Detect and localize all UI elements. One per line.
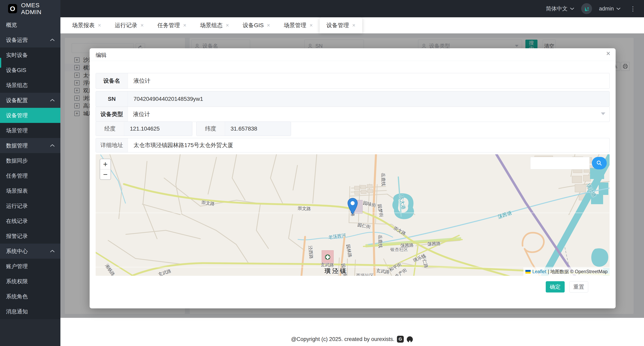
tab-4[interactable]: 设备GIS×	[236, 17, 277, 33]
tab-0[interactable]: 场景报表×	[65, 17, 108, 33]
tab-bar: 场景报表×运行记录×任务管理×场景组态×设备GIS×场景管理×设备管理×	[60, 17, 644, 33]
sidebar-item-10[interactable]: 任务管理	[0, 168, 60, 183]
logo-glyph: O	[10, 5, 15, 13]
device-type-row: 设备类型 液位计	[96, 107, 610, 122]
sidebar-item-4[interactable]: 场景组态	[0, 78, 60, 93]
tab-label: 设备管理	[326, 21, 349, 29]
leaflet-link[interactable]: Leaflet	[532, 269, 546, 274]
longitude-row: 经度	[96, 121, 192, 136]
user-menu[interactable]: admin	[599, 6, 621, 12]
tab-close-icon[interactable]: ×	[267, 22, 270, 28]
zoom-out-button[interactable]: −	[100, 169, 110, 179]
zoom-in-button[interactable]: +	[100, 159, 110, 169]
sidebar-item-1[interactable]: 设备运营	[0, 32, 60, 47]
username-label: admin	[599, 6, 614, 12]
sidebar-item-9[interactable]: 数据同步	[0, 153, 60, 168]
device-type-select[interactable]: 液位计	[128, 107, 609, 122]
tab-1[interactable]: 运行记录×	[108, 17, 151, 33]
sn-input	[133, 95, 586, 102]
language-selector[interactable]: 简体中文	[546, 5, 574, 12]
sn-label: SN	[96, 91, 128, 107]
attribution-text: | 地图数据 © OpenStreetMap	[548, 269, 608, 275]
top-bar: O OMES ADMIN 简体中文 admin ⋮	[0, 0, 644, 17]
sidebar-item-3[interactable]: 设备GIS	[0, 62, 60, 78]
sidebar-item-label: 场景管理	[6, 127, 28, 134]
search-icon	[596, 160, 603, 167]
sidebar-item-13[interactable]: 在线记录	[0, 213, 60, 229]
sidebar-item-12[interactable]: 运行记录	[0, 198, 60, 213]
tab-close-icon[interactable]: ×	[140, 22, 144, 28]
tab-close-icon[interactable]: ×	[98, 22, 101, 28]
map-marker-icon[interactable]	[347, 198, 358, 215]
map-search-button[interactable]	[592, 157, 607, 169]
sidebar-item-label: 场景报表	[6, 187, 28, 195]
select-caret-icon	[601, 112, 605, 115]
sidebar-item-19[interactable]: 消息通知	[0, 304, 60, 319]
map-label-11: 岳鹿线	[380, 173, 386, 186]
sidebar-item-label: 数据管理	[6, 142, 28, 149]
tab-close-icon[interactable]: ×	[310, 22, 313, 28]
avatar[interactable]	[581, 3, 592, 14]
device-name-value	[128, 73, 609, 88]
map-search-input[interactable]	[530, 157, 590, 169]
sidebar-scrollbar[interactable]	[0, 58, 1, 68]
map-label-15: 泾西路	[307, 245, 314, 259]
device-name-input[interactable]	[133, 77, 586, 84]
gitee-icon[interactable]: G	[397, 336, 404, 343]
tab-label: 运行记录	[115, 21, 137, 29]
device-name-label: 设备名	[96, 73, 128, 88]
address-value	[128, 138, 609, 152]
reset-button[interactable]: 重置	[569, 281, 588, 293]
tab-2[interactable]: 任务管理×	[151, 17, 193, 33]
sidebar-item-11[interactable]: 场景报表	[0, 183, 60, 198]
tab-3[interactable]: 场景组态×	[193, 17, 236, 33]
sidebar-item-label: 实时设备	[6, 51, 28, 59]
sidebar-item-17[interactable]: 系统权限	[0, 274, 60, 289]
latitude-input[interactable]	[230, 125, 288, 132]
sidebar-item-0[interactable]: 概览	[0, 17, 60, 32]
github-icon[interactable]	[406, 336, 414, 343]
device-name-row: 设备名	[96, 73, 610, 89]
sidebar-item-5[interactable]: 设备配置	[0, 93, 60, 108]
confirm-button[interactable]: 确定	[546, 281, 565, 293]
sidebar-item-6[interactable]: 设备管理	[0, 108, 60, 123]
close-icon[interactable]: ×	[606, 50, 610, 57]
tab-label: 场景组态	[200, 21, 222, 29]
dialog-header: 编辑 ×	[90, 48, 616, 61]
sidebar-item-label: 任务管理	[6, 172, 28, 179]
sidebar-item-label: 系统中心	[6, 248, 28, 255]
tab-6[interactable]: 设备管理×	[320, 17, 362, 33]
app-logo-icon: O	[8, 4, 17, 13]
tab-close-icon[interactable]: ×	[226, 22, 229, 28]
sidebar-item-label: 场景组态	[6, 82, 28, 89]
tab-close-icon[interactable]: ×	[183, 22, 186, 28]
topbar-controls: 简体中文 admin ⋮	[546, 0, 636, 17]
sidebar-item-18[interactable]: 系统角色	[0, 289, 60, 304]
tab-close-icon[interactable]: ×	[352, 22, 356, 28]
chevron-down-icon	[616, 7, 621, 10]
map-label-1: 崇文路	[298, 205, 311, 212]
brand: O OMES ADMIN	[0, 0, 60, 17]
tab-5[interactable]: 场景管理×	[277, 17, 320, 33]
map-label-22: 西塔社区	[356, 273, 374, 276]
sidebar-item-15[interactable]: 系统中心	[0, 244, 60, 259]
more-menu-icon[interactable]: ⋮	[630, 5, 636, 12]
sidebar-item-label: 在线记录	[6, 217, 28, 225]
address-input[interactable]	[133, 142, 586, 149]
address-row: 详细地址	[96, 138, 610, 152]
sidebar-item-8[interactable]: 数据管理	[0, 138, 60, 153]
language-label: 简体中文	[546, 5, 568, 12]
map-label-12: 岳鹿线	[377, 235, 384, 248]
sn-value	[128, 91, 609, 107]
device-type-label: 设备类型	[96, 107, 128, 122]
tab-label: 任务管理	[158, 21, 180, 29]
sidebar-item-label: 账户管理	[6, 263, 28, 270]
sidebar-item-7[interactable]: 场景管理	[0, 123, 60, 138]
sidebar-item-label: 设备配置	[6, 97, 28, 104]
map-attribution: Leaflet | 地图数据 © OpenStreetMap	[524, 268, 610, 276]
sidebar-item-16[interactable]: 账户管理	[0, 259, 60, 274]
sidebar-item-2[interactable]: 实时设备	[0, 47, 60, 62]
sidebar-item-14[interactable]: 报警记录	[0, 229, 60, 244]
leaflet-map[interactable]: + − 崇文路崇文路崇文路崇文路园味街园梦街园仁街玄武路玄武路玄武路湘杨路岳鹿线…	[96, 154, 610, 276]
longitude-input[interactable]	[130, 125, 190, 132]
